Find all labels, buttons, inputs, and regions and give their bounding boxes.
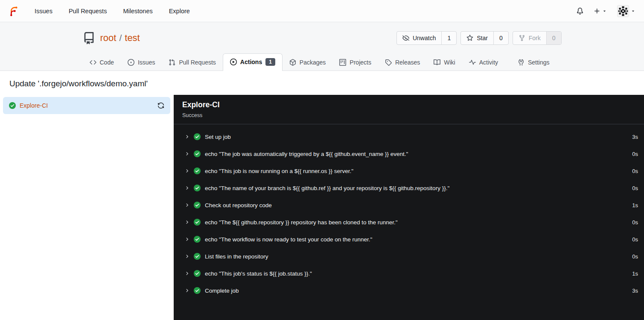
code-icon xyxy=(90,59,96,66)
fork-label: Fork xyxy=(529,35,541,41)
step-success-icon xyxy=(194,202,201,208)
sidebar-job-explore-ci[interactable]: Explore-CI xyxy=(3,97,170,114)
rerun-sync-icon[interactable] xyxy=(157,102,164,109)
step-success-icon xyxy=(194,167,201,174)
tab-releases[interactable]: Releases xyxy=(378,55,427,70)
step-duration: 0s xyxy=(632,253,638,260)
step-duration: 0s xyxy=(632,185,638,191)
star-button[interactable]: Star xyxy=(461,32,493,44)
step-name: echo "The job was automatically triggere… xyxy=(205,151,408,157)
breadcrumb: root / test xyxy=(100,32,140,44)
nav-link-pull-requests[interactable]: Pull Requests xyxy=(69,8,107,15)
workflow-step-row[interactable]: echo "The ${{ github.repository }} repos… xyxy=(174,214,644,231)
watchers-count[interactable]: 1 xyxy=(441,32,456,44)
step-duration: 0s xyxy=(632,236,638,243)
step-duration: 0s xyxy=(632,151,638,157)
tab-label: Activity xyxy=(479,59,498,66)
user-menu-dropdown[interactable] xyxy=(617,5,635,17)
workflow-step-row[interactable]: Set up job 3s xyxy=(174,128,644,145)
fork-button[interactable]: Fork xyxy=(513,32,546,44)
nav-link-explore[interactable]: Explore xyxy=(169,8,190,15)
project-icon xyxy=(339,59,346,66)
star-label: Star xyxy=(477,35,488,41)
step-success-icon xyxy=(194,185,201,191)
notifications-bell-icon[interactable] xyxy=(577,8,583,15)
workflow-step-row[interactable]: List files in the repository 0s xyxy=(174,248,644,265)
step-duration: 1s xyxy=(632,270,638,277)
user-avatar xyxy=(617,5,629,17)
job-log-title: Explore-CI xyxy=(182,100,635,109)
workflow-step-row[interactable]: Check out repository code 1s xyxy=(174,197,644,214)
step-name: Complete job xyxy=(205,288,239,294)
chevron-right-icon xyxy=(184,254,189,259)
step-duration: 1s xyxy=(632,202,638,208)
tab-code[interactable]: Code xyxy=(83,55,121,70)
workflow-step-row[interactable]: Complete job 3s xyxy=(174,282,644,299)
workflow-run-view: Explore-CI Explore-CI Success Set up job… xyxy=(0,95,644,320)
repo-forked-icon xyxy=(519,35,525,41)
tab-pull-requests[interactable]: Pull Requests xyxy=(162,55,222,70)
unwatch-button-group: Unwatch 1 xyxy=(396,31,457,45)
tab-activity[interactable]: Activity xyxy=(462,55,505,70)
chevron-down-icon xyxy=(602,9,607,13)
tab-projects[interactable]: Projects xyxy=(332,55,378,70)
job-log-panel: Explore-CI Success Set up job 3s echo "T… xyxy=(174,95,644,320)
repo-action-buttons: Unwatch 1 Star 0 Fork 0 xyxy=(396,31,562,45)
step-success-icon xyxy=(194,236,201,243)
star-button-group: Star 0 xyxy=(460,31,508,45)
tab-label: Issues xyxy=(138,59,155,66)
workflow-step-row[interactable]: echo "The job was automatically triggere… xyxy=(174,145,644,162)
unwatch-button[interactable]: Unwatch xyxy=(397,32,441,44)
stars-count[interactable]: 0 xyxy=(493,32,508,44)
step-success-icon xyxy=(194,150,201,157)
tab-label: Code xyxy=(100,59,114,66)
job-name: Explore-CI xyxy=(20,102,48,109)
workflow-step-row[interactable]: echo "This job is now running on a ${{ r… xyxy=(174,162,644,179)
tab-wiki[interactable]: Wiki xyxy=(427,55,462,70)
job-success-icon xyxy=(9,102,16,109)
nav-links: Issues Pull Requests Milestones Explore xyxy=(35,8,190,15)
top-navbar: Issues Pull Requests Milestones Explore xyxy=(0,0,644,22)
forgejo-logo-icon[interactable] xyxy=(9,5,19,18)
git-pull-request-icon xyxy=(169,59,175,66)
page-title: Update '.forgejo/workflows/demo.yaml' xyxy=(0,71,644,95)
step-duration: 0s xyxy=(632,219,638,226)
job-status-text: Success xyxy=(182,112,635,118)
step-success-icon xyxy=(194,219,201,226)
workflow-step-row[interactable]: echo "This job's status is ${{ job.statu… xyxy=(174,265,644,282)
chevron-right-icon xyxy=(184,271,189,276)
fork-button-group: Fork 0 xyxy=(513,31,562,45)
step-duration: 3s xyxy=(632,134,638,140)
chevron-right-icon xyxy=(184,237,189,242)
tab-label: Actions xyxy=(240,59,262,65)
tab-actions[interactable]: Actions 1 xyxy=(223,53,283,70)
step-name: echo "The name of your branch is ${{ git… xyxy=(205,185,449,191)
chevron-right-icon xyxy=(184,288,189,293)
star-icon xyxy=(466,35,473,41)
nav-link-milestones[interactable]: Milestones xyxy=(123,8,152,15)
step-success-icon xyxy=(194,270,201,277)
step-name: Set up job xyxy=(205,134,231,140)
tools-icon xyxy=(518,59,525,66)
chevron-right-icon xyxy=(184,185,189,191)
repo-owner-link[interactable]: root xyxy=(100,32,117,44)
create-new-dropdown[interactable] xyxy=(594,8,607,15)
repository-icon xyxy=(83,32,95,44)
tab-label: Releases xyxy=(395,59,420,66)
step-name: List files in the repository xyxy=(205,253,268,260)
step-name: echo "This job's status is ${{ job.statu… xyxy=(205,270,312,277)
workflow-step-row[interactable]: echo "The name of your branch is ${{ git… xyxy=(174,179,644,197)
actions-count-badge: 1 xyxy=(265,58,275,66)
repo-name-link[interactable]: test xyxy=(125,32,140,44)
play-icon xyxy=(230,59,237,65)
tab-label: Projects xyxy=(350,59,371,66)
tab-issues[interactable]: Issues xyxy=(121,55,162,70)
chevron-right-icon xyxy=(184,134,189,139)
workflow-step-row[interactable]: echo "The workflow is now ready to test … xyxy=(174,231,644,248)
eye-closed-icon xyxy=(402,35,409,41)
tab-settings[interactable]: Settings xyxy=(511,55,557,70)
nav-link-issues[interactable]: Issues xyxy=(35,8,52,15)
pulse-icon xyxy=(469,59,476,66)
step-name: Check out repository code xyxy=(205,202,272,208)
tab-packages[interactable]: Packages xyxy=(283,55,332,70)
